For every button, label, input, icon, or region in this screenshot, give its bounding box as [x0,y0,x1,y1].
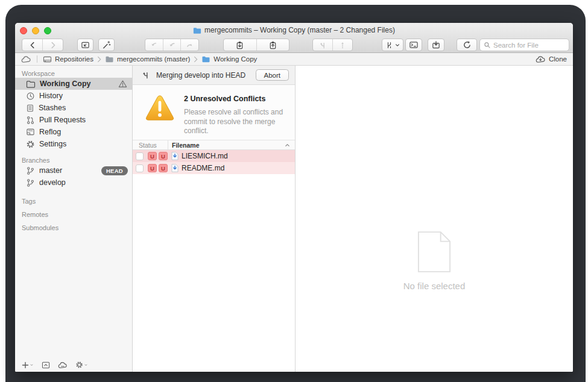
filename: README.md [182,164,224,172]
gear-icon [26,140,35,149]
open-terminal-button[interactable] [405,39,422,51]
redo-arrow-icon[interactable] [180,39,198,51]
refresh-button[interactable] [457,39,477,51]
open-repository-button[interactable] [77,39,93,51]
rebase-icon[interactable] [332,39,352,51]
titlebar: mergecommits – Working Copy (master – 2 … [15,23,573,37]
conflict-description: Please resolve all conflicts and commit … [184,108,288,136]
abort-button[interactable]: Abort [256,69,289,81]
head-badge: HEAD [101,166,128,175]
changes-panel: Merging develop into HEAD Abort 2 Unreso… [133,66,296,372]
detail-panel: No file selected [296,66,573,372]
branches-header: Branches [15,155,132,164]
search-field [479,39,569,51]
stage-checkbox[interactable] [136,164,144,172]
stash-button[interactable] [428,39,444,51]
actions-gear-button[interactable] [75,361,88,369]
breadcrumb-label: Working Copy [213,55,257,63]
search-icon [484,42,491,49]
sort-ascending-icon[interactable] [285,143,290,147]
column-filename[interactable]: Filename [168,142,200,149]
markdown-file-icon [171,152,179,160]
pull-request-icon [26,116,35,125]
tags-header[interactable]: Tags [15,196,132,205]
magic-wand-icon [102,40,111,49]
drive-icon [43,55,52,63]
sidebar-item-pull-requests[interactable]: Pull Requests [15,114,132,126]
app-window: mergecommits – Working Copy (master – 2 … [15,23,573,372]
branch-label: master [39,166,62,175]
status-badge-unmerged: U [148,152,157,160]
file-row[interactable]: U U README.md [133,162,295,174]
quick-launch-button[interactable] [98,39,115,51]
file-list-header: Status Filename [133,140,295,150]
git-flow-dropdown[interactable] [382,39,403,51]
checkout-arrow-icon[interactable] [145,39,163,51]
breadcrumb-label: Repositories [55,55,93,63]
breadcrumb-label: mergecommits (master) [117,55,190,63]
chevron-right-icon [97,56,101,63]
branch-label: develop [39,178,66,187]
workspace-header: Workspace [15,69,132,78]
notes-icon [26,104,34,113]
forward-button[interactable] [42,39,63,51]
sidebar-item-history[interactable]: History [15,90,132,102]
sidebar-item-label: Stashes [39,104,66,112]
pull-button[interactable] [224,39,256,51]
window-chrome: mergecommits – Working Copy (master – 2 … [15,23,573,53]
merge-banner: Merging develop into HEAD Abort [133,66,295,85]
submodules-header[interactable]: Submodules [15,223,132,232]
clone-button[interactable]: Clone [536,55,567,63]
sidebar-item-working-copy[interactable]: Working Copy [15,78,132,90]
empty-state: No file selected [296,230,573,291]
breadcrumb-repo[interactable]: mergecommits (master) [105,55,190,63]
branch-icon [26,166,35,175]
folder-icon [26,80,36,88]
terminal-icon [409,40,419,49]
undo-arrow-icon[interactable] [163,39,181,51]
cloud-icon[interactable] [21,55,31,63]
sidebar-bottom-toolbar [22,361,88,369]
breadcrumb-repositories[interactable]: Repositories [43,55,93,63]
search-input[interactable] [493,42,565,49]
conflict-warning-panel: 2 Unresolved Conflicts Please resolve al… [133,85,295,140]
merge-icon[interactable] [313,39,332,51]
conflict-title: 2 Unresolved Conflicts [184,95,265,103]
nav-buttons [22,39,63,51]
merge-rebase-buttons [312,39,353,51]
clone-cloud-icon [536,55,546,63]
accounts-cloud-button[interactable] [58,362,68,369]
divider [37,55,37,63]
sidebar-item-label: Pull Requests [39,116,86,124]
filename: LIESMICH.md [182,152,228,160]
folder-icon [193,27,201,34]
clock-icon [26,92,35,101]
column-status[interactable]: Status [133,142,168,149]
add-button[interactable] [22,362,34,369]
file-row[interactable]: U U LIESMICH.md [133,150,295,162]
push-button[interactable] [256,39,289,51]
sidebar-branch-develop[interactable]: develop [15,177,132,189]
empty-message: No file selected [296,281,573,291]
warning-triangle-icon [145,94,175,122]
window-title: mergecommits – Working Copy (master – 2 … [204,26,395,34]
back-button[interactable] [22,39,42,51]
stage-checkbox[interactable] [136,152,144,160]
status-badge-unmerged: U [159,152,168,160]
sidebar-item-stashes[interactable]: Stashes [15,102,132,114]
breadcrumb-working-copy[interactable]: Working Copy [201,55,257,63]
sidebar-branch-master[interactable]: master HEAD [15,164,132,177]
breadcrumb: Repositories mergecommits (master) Worki… [15,53,573,66]
merge-message: Merging develop into HEAD [156,71,245,80]
sidebar: Workspace Working Copy History Stashes P… [15,66,133,372]
remotes-header[interactable]: Remotes [15,210,132,219]
sidebar-item-settings[interactable]: Settings [15,138,132,150]
sidebar-item-label: Working Copy [40,80,91,88]
import-box-icon [431,40,441,49]
chevron-right-icon [194,56,198,63]
sidebar-item-reflog[interactable]: Reflog [15,126,132,138]
chevron-down-icon [395,43,400,48]
warning-triangle-icon [118,80,127,88]
hide-panel-button[interactable] [42,362,50,369]
sidebar-item-label: Reflog [39,128,61,136]
